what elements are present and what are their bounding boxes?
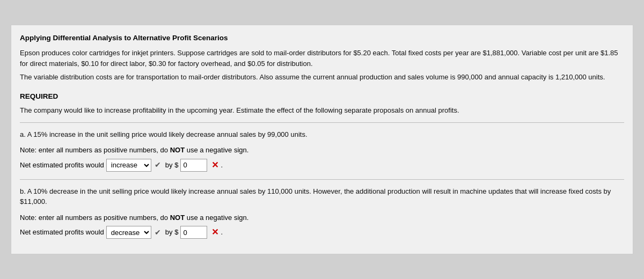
intro-paragraph-1: Epson produces color cartridges for inkj… (20, 48, 624, 69)
scenario-a-by-label: by $ (165, 160, 179, 171)
scenario-a-period: . (221, 160, 223, 171)
scenario-b-x-mark: ✕ (211, 226, 218, 239)
scenario-a-note: Note: enter all numbers as positive numb… (20, 145, 624, 156)
scenario-b-text: b. A 10% decrease in the unit selling pr… (20, 186, 624, 207)
scenario-b-direction-select[interactable]: increase decrease (106, 226, 151, 239)
scenario-b-description: A 10% decrease in the unit selling price… (20, 187, 611, 206)
divider-1 (20, 122, 624, 123)
scenario-b-period: . (221, 227, 223, 238)
scenario-a-direction-select[interactable]: increase decrease (106, 159, 151, 172)
scenario-a-amount-input[interactable] (183, 161, 204, 169)
scenario-a-net-label: Net estimated profits would (20, 160, 104, 171)
scenario-a-answer-row: Net estimated profits would increase dec… (20, 159, 624, 172)
scenario-b-by-label: by $ (165, 227, 179, 238)
scenario-a-text: a. A 15% increase in the unit selling pr… (20, 129, 624, 140)
required-label: REQUIRED (20, 91, 624, 102)
scenario-b-block: b. A 10% decrease in the unit selling pr… (20, 186, 624, 239)
scenario-a-input-wrapper (180, 159, 207, 172)
scenario-b-check-icon: ✔ (155, 227, 161, 238)
scenario-a-x-mark: ✕ (211, 159, 218, 172)
scenario-b-note: Note: enter all numbers as positive numb… (20, 212, 624, 223)
scenario-b-net-label: Net estimated profits would (20, 227, 104, 238)
scenario-b-letter: b. (20, 187, 26, 195)
page-title: Applying Differential Analysis to Altern… (20, 33, 624, 43)
intro-paragraph-2: The variable distribution costs are for … (20, 72, 624, 83)
scenario-a-block: a. A 15% increase in the unit selling pr… (20, 129, 624, 172)
scenario-b-answer-row: Net estimated profits would increase dec… (20, 226, 624, 239)
scenario-b-amount-input[interactable] (183, 229, 204, 237)
divider-2 (20, 179, 624, 180)
scenario-a-letter: a. (20, 130, 26, 138)
scenario-a-check-icon: ✔ (155, 159, 161, 171)
scenario-b-input-wrapper (180, 226, 207, 239)
scenario-a-description: A 15% increase in the unit selling price… (27, 130, 308, 138)
main-container: Applying Differential Analysis to Altern… (11, 25, 633, 254)
required-question-text: The company would like to increase profi… (20, 105, 624, 116)
